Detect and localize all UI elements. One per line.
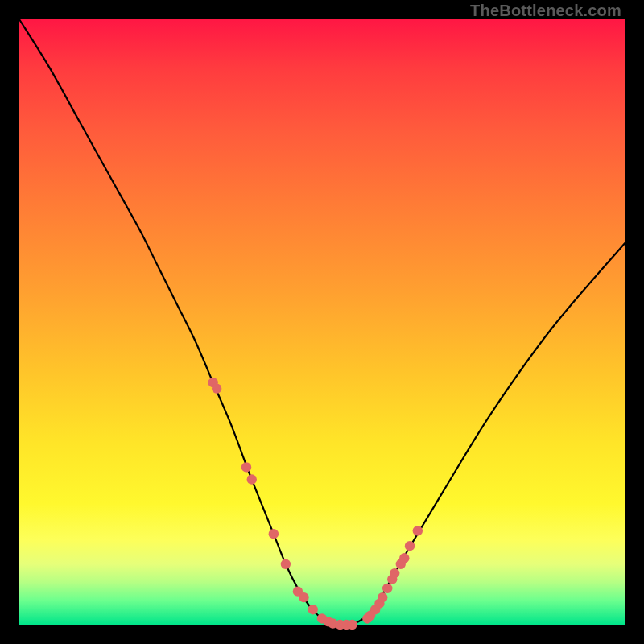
bottleneck-curve	[19, 19, 625, 625]
highlight-dot	[242, 462, 251, 472]
highlight-dot	[347, 620, 357, 630]
highlight-dot	[382, 584, 392, 593]
highlight-dot	[269, 529, 279, 539]
highlight-dot	[390, 568, 399, 578]
highlight-dot	[247, 474, 257, 484]
highlight-dots	[208, 378, 423, 630]
chart-svg	[19, 19, 625, 625]
highlight-dot	[281, 559, 291, 569]
highlight-dot	[378, 592, 387, 602]
highlight-dot	[405, 541, 415, 551]
highlight-dot	[308, 605, 318, 614]
highlight-dot	[299, 592, 308, 602]
watermark-label: TheBottleneck.com	[470, 2, 621, 20]
highlight-dot	[399, 553, 409, 563]
highlight-dot	[413, 526, 423, 535]
highlight-dot	[212, 384, 221, 394]
